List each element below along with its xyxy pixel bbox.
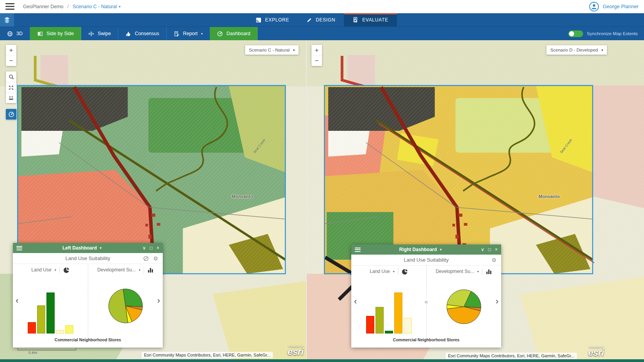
caret-down-icon: ▼ — [99, 246, 102, 250]
map-tool-group — [6, 71, 16, 103]
widget-selector[interactable]: Development Su... — [97, 267, 136, 273]
caret-down-icon: ▼ — [439, 248, 442, 251]
dashboard-widgets: ‹ Land Use ▾ Development Su... — [13, 264, 163, 337]
evaluate-report-icon — [352, 17, 359, 23]
gauge-icon — [8, 111, 14, 118]
measure-icon — [8, 95, 14, 101]
widget-selector[interactable]: Development Su... — [436, 269, 474, 274]
maximize-button[interactable]: □ — [488, 247, 491, 252]
development-suitability-pie-chart — [88, 276, 163, 337]
carousel-next[interactable]: › — [157, 296, 160, 305]
widget-development-suitability: Development Su... ▾ — [426, 266, 501, 337]
tab-design[interactable]: DESIGN — [298, 13, 344, 27]
globe-icon — [7, 31, 13, 37]
3d-button[interactable]: 3D — [0, 27, 30, 40]
close-button[interactable]: × — [157, 245, 159, 251]
zoom-out-button[interactable]: − — [311, 55, 322, 66]
map-place-label: Monsanto — [232, 194, 253, 199]
sync-extents-toggle[interactable] — [568, 30, 583, 37]
collapse-widgets-chevrons[interactable]: « — [423, 299, 429, 305]
divider — [482, 268, 482, 275]
dashboard-header: Right Dashboard ▼ ∨ □ × — [351, 244, 501, 255]
caret-down-icon: ▾ — [119, 5, 121, 9]
pie-chart-icon[interactable] — [401, 268, 408, 275]
layers-button[interactable] — [0, 13, 14, 27]
expand-arrows-icon — [8, 85, 14, 91]
full-extent-button[interactable] — [6, 82, 16, 93]
pencil-icon — [306, 17, 312, 23]
caret-down-icon: ▾ — [55, 268, 56, 272]
map-panel-right: Monsanto Seal Creek + − Scenario D - Dev… — [307, 40, 644, 362]
collapse-button[interactable]: ∨ — [142, 245, 146, 251]
dashboard-title-dropdown[interactable]: Right Dashboard ▼ — [361, 247, 481, 252]
dashboard-title-dropdown[interactable]: Left Dashboard ▼ — [22, 245, 142, 251]
zoom-in-button[interactable]: + — [6, 45, 16, 55]
tab-evaluate[interactable]: EVALUATE — [344, 13, 397, 27]
mode-tabs: EXPLORE DESIGN EVALUATE — [247, 13, 397, 27]
map-attribution: Esri Community Maps Contributors, Esri, … — [446, 353, 577, 359]
scenario-selector-left[interactable]: Scenario C - Natural ▾ — [245, 45, 299, 55]
left-dashboard-panel: Left Dashboard ▼ ∨ □ × Land Use Suitabil… — [13, 243, 163, 348]
zoom-out-button[interactable]: − — [6, 55, 16, 66]
esri-logo: POWERED BYesri — [588, 346, 604, 357]
caret-down-icon: ▾ — [201, 32, 203, 36]
zoom-in-button[interactable]: + — [311, 45, 322, 55]
explore-icon — [256, 17, 262, 23]
maximize-button[interactable]: □ — [150, 245, 153, 251]
search-button[interactable] — [6, 71, 16, 82]
collapse-button[interactable]: ∨ — [481, 247, 484, 252]
main-nav: EXPLORE DESIGN EVALUATE — [0, 13, 644, 27]
top-bar: GeoPlanner Demo / Scenario C - Natural ▾… — [0, 0, 644, 13]
zoom-control: + − — [6, 45, 16, 66]
side-by-side-button[interactable]: Side by Side — [30, 27, 81, 40]
caret-down-icon: ▾ — [393, 270, 395, 273]
gear-icon[interactable]: ⚙ — [153, 255, 158, 262]
pie-chart-icon[interactable] — [63, 267, 69, 273]
widget-land-use: Land Use ▾ — [351, 266, 426, 337]
breadcrumb-app[interactable]: GeoPlanner Demo — [23, 4, 64, 9]
widget-selector[interactable]: Land Use — [31, 267, 51, 273]
dashboard-tool-button[interactable] — [6, 109, 16, 119]
breadcrumb: GeoPlanner Demo / Scenario C - Natural ▾ — [23, 4, 121, 9]
evaluate-toolbar: 3D Side by Side Swipe Consensus Report ▾… — [0, 27, 644, 40]
divider — [398, 268, 398, 275]
measure-button[interactable] — [6, 93, 16, 103]
divider — [144, 267, 144, 273]
esri-logo: POWERED BYesri — [288, 346, 304, 357]
thumbs-up-icon — [125, 31, 131, 37]
swipe-button[interactable]: Swipe — [81, 27, 118, 40]
bottom-strip — [0, 359, 644, 362]
zoom-control: + − — [311, 45, 322, 66]
bar-chart-icon[interactable] — [486, 268, 492, 275]
close-button[interactable]: × — [495, 247, 498, 252]
hide-icon[interactable] — [143, 255, 149, 262]
consensus-button[interactable]: Consensus — [118, 27, 167, 40]
carousel-prev[interactable]: ‹ — [354, 297, 357, 306]
bar-chart-icon[interactable] — [147, 267, 154, 273]
carousel-prev[interactable]: ‹ — [16, 296, 18, 305]
land-use-bar-chart — [13, 276, 88, 337]
widget-selector[interactable]: Land Use — [370, 269, 390, 274]
tab-explore[interactable]: EXPLORE — [247, 13, 298, 27]
report-button[interactable]: Report ▾ — [167, 27, 210, 40]
swipe-icon — [88, 31, 94, 37]
caret-down-icon: ▾ — [601, 48, 603, 52]
breadcrumb-scenario-dropdown[interactable]: Scenario C - Natural ▾ — [73, 4, 121, 9]
dashboard-menu-icon[interactable] — [355, 248, 361, 252]
dashboard-caption: Commercial Neighborhood Stores — [13, 337, 163, 348]
caret-down-icon: ▾ — [477, 270, 479, 273]
scenario-selector-right[interactable]: Scenario D - Developed ▾ — [546, 45, 607, 55]
dashboard-tool — [6, 109, 16, 119]
menu-icon[interactable] — [5, 3, 14, 10]
land-use-bar-chart — [351, 277, 426, 337]
development-suitability-pie-chart — [427, 277, 501, 337]
carousel-next[interactable]: › — [496, 297, 498, 306]
gear-icon[interactable]: ⚙ — [491, 257, 496, 263]
user-menu[interactable]: George Planner — [589, 2, 639, 12]
report-icon — [174, 31, 180, 37]
dashboard-subtitle: Land Use Suitability — [404, 257, 449, 263]
sync-extents-label: Synchronize Map Extents — [587, 31, 638, 36]
divider — [59, 267, 60, 273]
dashboard-button[interactable]: Dashboard — [210, 27, 258, 40]
dashboard-menu-icon[interactable] — [16, 246, 22, 250]
